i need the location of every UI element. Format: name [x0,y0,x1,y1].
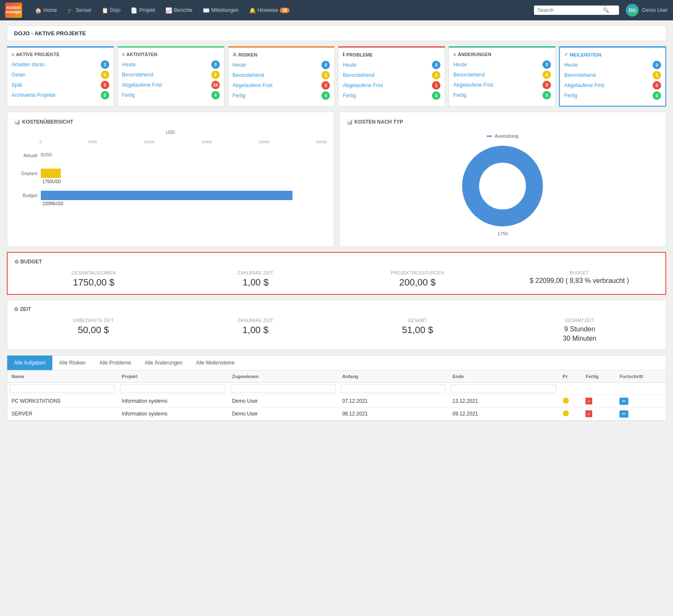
widget-row: Arbeiten daran 3 [11,60,109,69]
wl-r-frist[interactable]: Abgelaufene Frist [233,82,273,88]
bar-row-geplant: Geplant 1750USD [14,169,327,178]
b-r-bev: 0 [321,71,330,79]
metric-label-budget: BUDGET [500,271,659,275]
metric-label-gesamt: GESAMT [338,318,497,323]
search-icon: 🔍 [603,7,609,13]
widget-risiken: ⚠ RISIKEN Heute 0 Bevorstehend 0 Abgelau… [228,46,335,107]
widget-icon-4: ℹ [343,52,344,57]
wl-a-bev[interactable]: Bevorstehend [122,72,153,78]
wl-a-fertig[interactable]: Fertig [122,92,135,98]
wl-m-heute[interactable]: Heute [564,62,578,68]
home-icon: 🏠 [35,7,42,14]
tab-alle-risiken[interactable]: Alle Risiken [52,356,93,370]
metric-zahlbare-zeit: ZAHLBARE ZEIT 1,00 $ [176,271,335,288]
wl-m-frist[interactable]: Abgelaufene Frist [564,82,604,88]
kosten-nach-typ-title: KOSTEN NACH TYP [355,119,403,125]
cell-fortschritt-1: ✏ [615,395,666,407]
zeit-title: ⊙ ZEIT [14,306,659,312]
widget-link-archiv[interactable]: Archivierte Projekte [11,92,56,98]
widget-row: Getan 0 [11,71,109,79]
search-input[interactable] [537,7,601,13]
wl-p-frist[interactable]: Abgelaufene Frist [343,82,383,88]
pr-dot-2 [563,410,569,416]
filter-anfang[interactable] [341,384,446,393]
tab-alle-änderungen[interactable]: Alle Änderungen [138,356,189,370]
cell-zugewiesen-2: Demo User [228,407,338,420]
wl-p-bev[interactable]: Bevorstehend [343,72,374,78]
filter-projekt[interactable] [120,384,225,393]
metric-value-gesamt: 51,00 $ [338,325,497,336]
wl-r-fertig[interactable]: Fertig [233,93,246,99]
brand[interactable]: KENDOmanager [5,3,22,18]
sensei-icon: 🎓 [67,7,74,14]
metric-unbezahlte-zeit: UNBEZAHLTE ZEIT 50,00 $ [14,318,173,344]
wl-ae-fertig[interactable]: Fertig [453,92,466,98]
metric-gesamtausgaben: GESAMTAUSGABEN 1750,00 $ [14,271,173,288]
nav-hinweise[interactable]: 🔔 Hinweise 38 [245,5,294,16]
cell-zugewiesen-1: Demo User [228,395,338,407]
donut-legend: Ausrüstung [487,133,518,138]
metric-value-budget: $ 22099,00 ( 8,83 % verbraucht ) [500,277,659,285]
nav-projekt[interactable]: 📄 Projekt [126,5,159,16]
brand-logo: KENDOmanager [5,3,22,18]
filter-zugewiesen[interactable] [230,384,335,393]
wl-ae-heute[interactable]: Heute [453,62,467,68]
b-a-frist: 34 [211,81,220,89]
metric-value-gesamtzeit: 9 Stunden30 Minuten [500,325,659,344]
wl-r-heute[interactable]: Heute [233,62,246,68]
legend-dot [487,136,492,137]
widget-link-arbeiten[interactable]: Arbeiten daran [11,62,45,68]
b-ae-fertig: 0 [542,91,551,99]
search-box[interactable]: 🔍 [534,6,619,15]
edit-btn-1[interactable]: ✏ [619,398,628,405]
filter-name[interactable] [10,384,115,393]
wl-ae-frist[interactable]: Abgelaufene Frist [453,82,493,88]
tab-alle-probleme[interactable]: Alle Probleme [93,356,138,370]
wl-a-frist[interactable]: Abgelaufene Frist [122,82,162,88]
nav-dojo[interactable]: 📋 Dojo [97,5,125,16]
col-projekt: Projekt [117,370,227,383]
pr-dot-1 [563,398,569,404]
b-ae-frist: 0 [542,81,551,89]
checked-box-1: ✓ [585,398,592,404]
nav-mitteilungen[interactable]: ✉️ Mitteilungen [199,5,243,16]
tab-alle-aufgaben[interactable]: Alle Aufgaben [7,356,52,370]
wl-p-fertig[interactable]: Fertig [343,93,356,99]
wl-m-bev[interactable]: Bevorstehend [564,72,596,78]
cell-projekt-1: Information systems [117,395,227,407]
badge-getan: 0 [101,71,109,79]
cell-ende-2: 09.12.2021 [448,407,558,420]
metric-label-zahlbar2: ZAHLBARE ZEIT [176,318,335,323]
wl-ae-bev[interactable]: Bevorstehend [453,72,485,78]
metric-value-projektressourcen: 200,00 $ [338,277,497,288]
zeit-metrics-row: UNBEZAHLTE ZEIT 50,00 $ ZAHLBARE ZEIT 1,… [14,318,659,344]
edit-btn-2[interactable]: ✏ [619,410,628,418]
nav-home[interactable]: 🏠 Home [31,5,61,16]
projekt-icon: 📄 [131,7,137,14]
cell-fortschritt-2: ✏ [615,407,666,420]
b-m-heute: 0 [653,61,661,69]
cell-anfang-2: 08.12.2021 [338,407,448,420]
wl-p-heute[interactable]: Heute [343,62,356,68]
user-area: DU Demo User [626,4,668,17]
widget-icon-1: ≡ [11,52,14,57]
tab-alle-meilensteine[interactable]: Alle Meilensteine [189,356,241,370]
widget-link-getan[interactable]: Getan [11,72,26,78]
bar-label-geplant: Geplant [14,171,37,176]
widget-link-spät[interactable]: Spät [11,82,22,88]
budget-icon: ⊙ [14,259,19,265]
wl-m-fertig[interactable]: Fertig [564,93,577,99]
metric-zahlbare-zeit-2: ZAHLBARE ZEIT 1,00 $ [176,318,335,344]
wl-r-bev[interactable]: Bevorstehend [233,72,264,78]
widget-icon-5: ≡ [453,52,456,57]
nav-sensei[interactable]: 🎓 Sensei [63,5,96,16]
wl-a-heute[interactable]: Heute [122,62,136,68]
filter-ende[interactable] [451,384,556,393]
table-filter-row [7,382,666,395]
nav-berichte[interactable]: 📈 Berichte [161,5,197,16]
metric-label-projektressourcen: PROJEKTRESSOURCEN [338,271,497,275]
budget-section: ⊙ BUDGET GESAMTAUSGABEN 1750,00 $ ZAHLBA… [7,252,666,295]
col-pr: Pr. [559,370,582,383]
chart-icon-1: 📊 [14,119,20,125]
widget-icon-6: ✓ [564,52,568,57]
